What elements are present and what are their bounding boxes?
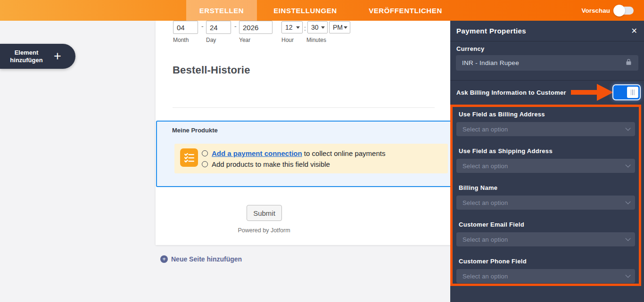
plus-icon: + — [54, 50, 61, 63]
tab-einstellungen[interactable]: EINSTELLUNGEN — [266, 0, 344, 21]
month-label: Month — [173, 37, 189, 43]
select-placeholder: Select an option — [462, 199, 508, 206]
add-element-button[interactable]: Element hinzufügen + — [0, 44, 75, 69]
form-heading[interactable]: Bestell-Historie — [173, 64, 250, 76]
preview-toggle-group: Vorschau — [581, 0, 634, 21]
notice-text: Add a payment connection to collect onli… — [202, 148, 385, 170]
tab-erstellen[interactable]: ERSTELLEN — [186, 0, 257, 21]
ampm-select[interactable]: PM — [329, 21, 350, 33]
notice-line-1-rest: to collect online payments — [302, 149, 386, 157]
payment-properties-panel: Payment Properties ✕ Currency INR - Indi… — [450, 21, 644, 302]
add-page-label: Neue Seite hinzufügen — [171, 255, 242, 263]
form-builder-screen: ERSTELLEN EINSTELLUNGEN VERÖFFENTLICHEN … — [0, 0, 644, 302]
chevron-down-icon — [625, 199, 630, 204]
lock-icon — [625, 58, 632, 67]
toggle-knob — [627, 87, 638, 98]
billing-info-toggle[interactable] — [613, 85, 640, 99]
divider — [173, 107, 435, 108]
payment-notice: Add a payment connection to collect onli… — [174, 144, 448, 173]
date-time-field: - - 12 : 30 PM Month Day Year Hour Minut… — [156, 21, 452, 58]
shipping-address-select[interactable]: Select an option — [456, 159, 635, 173]
billing-toggle-label: Ask Billing Information to Customer — [456, 89, 566, 96]
currency-label: Currency — [456, 45, 484, 52]
preview-label: Vorschau — [581, 7, 610, 14]
month-input[interactable] — [173, 21, 198, 34]
chevron-down-icon — [625, 162, 630, 167]
currency-value: INR - Indian Rupee — [462, 59, 519, 66]
ampm-value: PM — [333, 24, 343, 31]
notice-line-2-text: Add products to make this field visible — [212, 160, 330, 168]
annotation-arrow-icon — [571, 84, 613, 101]
preview-toggle-knob — [613, 5, 625, 16]
chevron-down-icon — [344, 26, 347, 29]
chevron-down-icon — [625, 236, 630, 241]
add-page-button[interactable]: + Neue Seite hinzufügen — [160, 255, 242, 263]
circle-bullet-icon — [202, 150, 208, 156]
date-separator: - — [234, 23, 237, 30]
notice-line-2: Add products to make this field visible — [202, 159, 385, 170]
billing-address-label: Use Field as Billing Address — [459, 111, 635, 118]
customer-phone-select[interactable]: Select an option — [456, 269, 635, 283]
submit-button[interactable]: Submit — [247, 205, 282, 221]
products-field-label: Meine Produkte — [172, 127, 218, 134]
notice-line-1: Add a payment connection to collect onli… — [202, 148, 385, 159]
year-input[interactable] — [239, 21, 272, 34]
minutes-label: Minutes — [306, 37, 326, 43]
chevron-down-icon — [321, 26, 325, 29]
chevron-down-icon — [296, 26, 300, 29]
checklist-icon — [180, 148, 198, 167]
chevron-down-icon — [625, 125, 630, 131]
billing-address-select[interactable]: Select an option — [456, 122, 635, 136]
panel-header: Payment Properties ✕ — [450, 21, 644, 41]
customer-phone-label: Customer Phone Field — [459, 258, 635, 265]
time-separator: : — [304, 24, 306, 32]
products-field-selected[interactable]: Meine Produkte — [156, 121, 452, 187]
day-input[interactable] — [206, 21, 231, 34]
tab-veroeffentlichen[interactable]: VERÖFFENTLICHEN — [359, 0, 452, 21]
customer-email-label: Customer Email Field — [459, 221, 635, 228]
form-canvas-card: - - 12 : 30 PM Month Day Year Hour Minut… — [156, 21, 452, 245]
year-label: Year — [239, 37, 250, 43]
billing-name-label: Billing Name — [459, 184, 635, 191]
minutes-value: 30 — [311, 24, 319, 31]
billing-fields-highlight-box: Use Field as Billing Address Select an o… — [450, 105, 641, 286]
powered-by-text: Powered by Jotform — [156, 227, 372, 234]
select-placeholder: Select an option — [462, 236, 508, 243]
hour-select[interactable]: 12 — [281, 21, 303, 33]
circle-bullet-icon — [202, 161, 208, 167]
select-placeholder: Select an option — [462, 163, 508, 170]
select-placeholder: Select an option — [462, 273, 508, 280]
minutes-select[interactable]: 30 — [307, 21, 328, 33]
divider — [450, 80, 644, 81]
currency-field[interactable]: INR - Indian Rupee — [456, 55, 638, 71]
plus-circle-icon: + — [160, 255, 168, 263]
customer-email-select[interactable]: Select an option — [456, 232, 635, 246]
chevron-down-icon — [625, 272, 630, 278]
hour-label: Hour — [281, 37, 294, 43]
add-element-label: Element hinzufügen — [0, 49, 53, 64]
add-payment-connection-link[interactable]: Add a payment connection — [212, 149, 302, 157]
shipping-address-label: Use Field as Shipping Address — [459, 147, 635, 155]
preview-toggle[interactable] — [615, 7, 634, 15]
close-icon[interactable]: ✕ — [631, 27, 637, 35]
top-navigation-bar: ERSTELLEN EINSTELLUNGEN VERÖFFENTLICHEN … — [0, 0, 644, 21]
day-label: Day — [206, 37, 216, 43]
select-placeholder: Select an option — [462, 126, 508, 133]
date-separator: - — [201, 23, 204, 30]
hour-value: 12 — [285, 24, 293, 31]
panel-title: Payment Properties — [456, 27, 526, 35]
billing-name-select[interactable]: Select an option — [456, 196, 635, 210]
